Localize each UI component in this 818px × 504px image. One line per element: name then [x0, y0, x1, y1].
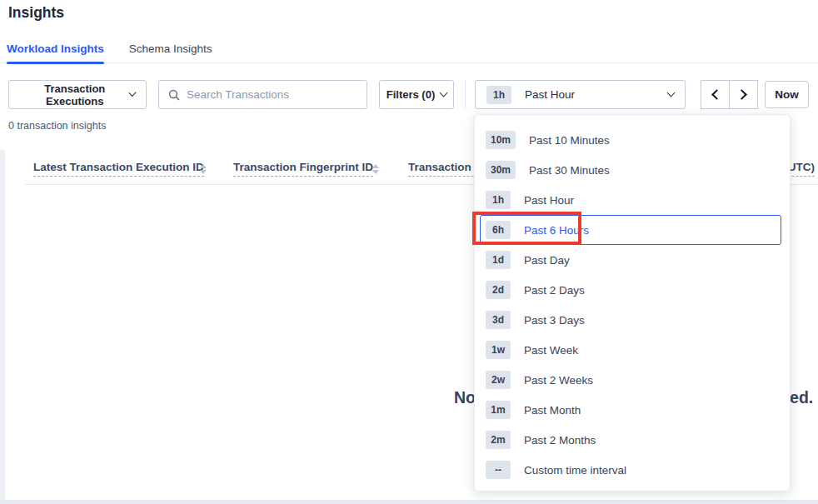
menu-item-past-2-days[interactable]: 2d Past 2 Days: [475, 275, 790, 305]
time-interval-badge: 1h: [486, 86, 511, 104]
time-nav-group: [701, 80, 758, 109]
column-header-latest-transaction-execution-id[interactable]: Latest Transaction Execution ID: [33, 161, 204, 177]
time-badge: 6h: [486, 221, 511, 239]
search-input[interactable]: [187, 88, 367, 101]
menu-item-past-hour[interactable]: 1h Past Hour: [475, 185, 790, 215]
bottom-divider: [0, 500, 818, 504]
chevron-down-icon: [667, 89, 676, 97]
time-interval-label: Past Hour: [525, 88, 575, 101]
insights-count: 0 transaction insights: [8, 120, 106, 132]
prev-interval-button[interactable]: [701, 80, 730, 109]
chevron-down-icon: [440, 89, 448, 97]
sort-icon[interactable]: [372, 164, 379, 174]
menu-item-past-2-weeks[interactable]: 2w Past 2 Weeks: [475, 365, 790, 395]
menu-item-custom-time-interval[interactable]: -- Custom time interval: [475, 455, 790, 485]
menu-item-past-day[interactable]: 1d Past Day: [475, 245, 790, 275]
insights-page: Insights Workload Insights Schema Insigh…: [0, 0, 818, 504]
time-badge: 10m: [486, 131, 516, 149]
time-interval-select[interactable]: 1h Past Hour: [475, 80, 686, 109]
tab-schema-insights[interactable]: Schema Insights: [129, 35, 212, 62]
time-interval-dropdown: 10m Past 10 Minutes 30m Past 30 Minutes …: [474, 114, 791, 492]
search-box[interactable]: [158, 80, 367, 109]
menu-item-past-10-minutes[interactable]: 10m Past 10 Minutes: [475, 125, 790, 155]
column-header-transaction-fingerprint-id[interactable]: Transaction Fingerprint ID: [233, 161, 373, 177]
time-badge: 3d: [486, 311, 511, 329]
insight-type-select[interactable]: Transaction Executions: [8, 80, 147, 109]
now-button[interactable]: Now: [765, 81, 809, 108]
time-badge: 30m: [486, 161, 516, 179]
menu-item-past-3-days[interactable]: 3d Past 3 Days: [475, 305, 790, 335]
filters-button-label: Filters (0): [387, 88, 436, 101]
time-badge: 1m: [486, 401, 511, 419]
toolbar-divider: [465, 81, 466, 108]
menu-item-past-30-minutes[interactable]: 30m Past 30 Minutes: [475, 155, 790, 185]
insight-type-select-label: Transaction Executions: [20, 82, 130, 107]
time-badge: 2w: [486, 371, 511, 389]
tab-workload-insights[interactable]: Workload Insights: [7, 35, 104, 62]
time-badge: 1d: [486, 251, 511, 269]
sort-icon[interactable]: [200, 164, 207, 174]
menu-item-past-6-hours[interactable]: 6h Past 6 Hours: [475, 215, 790, 245]
search-icon: [168, 89, 180, 101]
filters-button[interactable]: Filters (0): [379, 80, 454, 109]
menu-item-past-week[interactable]: 1w Past Week: [475, 335, 790, 365]
chevron-right-icon: [736, 89, 747, 100]
menu-item-past-2-months[interactable]: 2m Past 2 Months: [475, 425, 790, 455]
tab-bar: Workload Insights Schema Insights: [0, 35, 818, 63]
time-badge: 2d: [486, 281, 511, 299]
next-interval-button[interactable]: [729, 80, 758, 109]
time-badge: 1w: [486, 341, 511, 359]
time-badge: --: [486, 461, 511, 479]
table-scroll-gutter: [0, 150, 5, 500]
menu-item-past-month[interactable]: 1m Past Month: [475, 395, 790, 425]
chevron-left-icon: [711, 89, 722, 100]
time-badge: 1h: [486, 191, 511, 209]
time-badge: 2m: [486, 431, 511, 449]
page-title: Insights: [8, 4, 64, 22]
